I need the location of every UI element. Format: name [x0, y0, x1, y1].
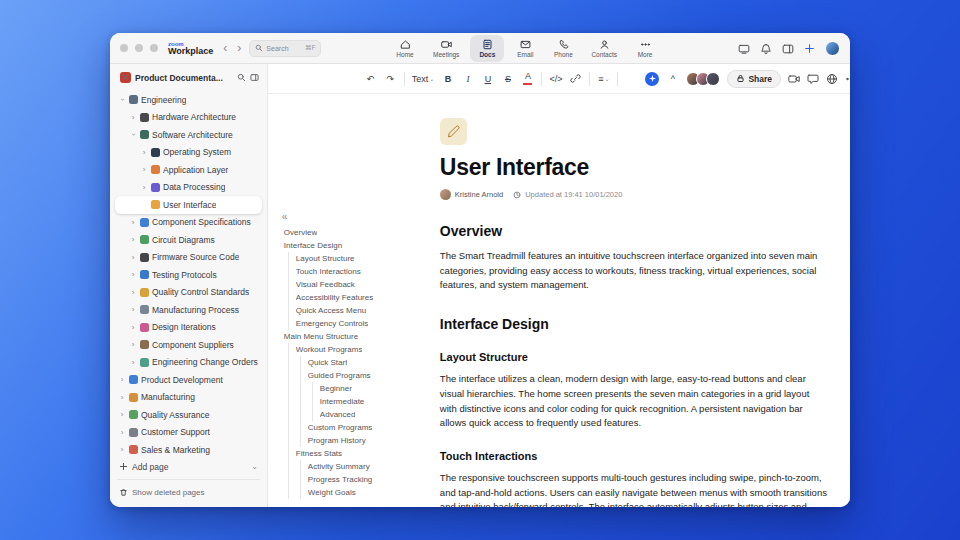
- chevron-right-icon[interactable]: ›: [129, 358, 137, 367]
- chevron-right-icon[interactable]: ›: [129, 323, 137, 332]
- outline-item-custom-programs[interactable]: Custom Programs: [282, 421, 440, 434]
- show-deleted-pages-button[interactable]: Show deleted pages: [115, 484, 262, 501]
- bell-icon[interactable]: [760, 43, 772, 55]
- chevron-down-icon[interactable]: ›: [129, 131, 138, 139]
- tab-docs[interactable]: Docs: [470, 35, 504, 62]
- global-search-input[interactable]: Search ⌘F: [249, 40, 321, 57]
- chevron-down-icon[interactable]: ⌄: [251, 462, 258, 471]
- user-avatar[interactable]: [825, 41, 840, 56]
- doc-heading[interactable]: Layout Structure: [440, 351, 828, 363]
- sidebar-item-software-architecture[interactable]: ›Software Architecture: [115, 126, 262, 144]
- forward-button[interactable]: ›: [237, 41, 241, 55]
- text-color-button[interactable]: A: [521, 70, 534, 88]
- add-page-button[interactable]: Add page ⌄: [115, 458, 262, 475]
- tab-email[interactable]: Email: [508, 35, 542, 62]
- outline-item-intermediate[interactable]: Intermediate: [282, 395, 440, 408]
- outline-collapse-icon[interactable]: «: [282, 211, 288, 222]
- panel-toggle-icon[interactable]: [782, 43, 794, 55]
- outline-item-interface-design[interactable]: Interface Design: [282, 239, 440, 252]
- sidebar-item-customer-support[interactable]: ›Customer Support: [115, 424, 262, 442]
- page-emoji-icon[interactable]: [440, 118, 467, 145]
- outline-item-visual-feedback[interactable]: Visual Feedback: [282, 278, 440, 291]
- ai-companion[interactable]: [645, 72, 659, 86]
- chevron-down-icon[interactable]: ›: [118, 96, 127, 104]
- doc-paragraph[interactable]: The responsive touchscreen supports mult…: [440, 471, 828, 507]
- chevron-right-icon[interactable]: ›: [140, 183, 148, 192]
- sidebar-item-testing-protocols[interactable]: ›Testing Protocols: [115, 266, 262, 284]
- text-style-button[interactable]: Text⌄: [412, 70, 435, 88]
- code-button[interactable]: </>: [549, 70, 562, 88]
- sidebar-item-sales-marketing[interactable]: ›Sales & Marketing: [115, 441, 262, 458]
- outline-item-emergency-controls[interactable]: Emergency Controls: [282, 317, 440, 330]
- sidebar-item-component-specifications[interactable]: ›Component Specifications: [115, 214, 262, 232]
- collaborator-avatars[interactable]: [686, 72, 720, 86]
- plus-icon[interactable]: [804, 43, 815, 54]
- sidebar-item-quality-assurance[interactable]: ›Quality Assurance: [115, 406, 262, 424]
- sidebar-item-data-processing[interactable]: ›Data Processing: [115, 179, 262, 197]
- outline-item-activity-summary[interactable]: Activity Summary: [282, 460, 440, 473]
- outline-item-weight-goals[interactable]: Weight Goals: [282, 486, 440, 499]
- doc-paragraph[interactable]: The Smart Treadmill features an intuitiv…: [440, 249, 828, 293]
- sidebar-item-engineering[interactable]: ›Engineering: [115, 91, 262, 109]
- sidebar-item-engineering-change-orders[interactable]: ›Engineering Change Orders: [115, 354, 262, 372]
- back-button[interactable]: ‹: [223, 41, 227, 55]
- underline-button[interactable]: U: [481, 70, 494, 88]
- chevron-right-icon[interactable]: ›: [129, 288, 137, 297]
- chevron-right-icon[interactable]: ›: [129, 113, 137, 122]
- close-button[interactable]: [120, 44, 128, 52]
- doc-heading[interactable]: Touch Interactions: [440, 450, 828, 462]
- redo-button[interactable]: ↷: [384, 70, 397, 88]
- more-icon[interactable]: [845, 73, 850, 85]
- chevron-right-icon[interactable]: ›: [129, 253, 137, 262]
- tab-home[interactable]: Home: [388, 35, 422, 62]
- chevron-right-icon[interactable]: ›: [129, 218, 137, 227]
- globe-icon[interactable]: [826, 73, 838, 85]
- comment-icon[interactable]: [807, 73, 819, 85]
- italic-button[interactable]: I: [461, 70, 474, 88]
- tab-phone[interactable]: Phone: [546, 35, 580, 62]
- sidebar-search-icon[interactable]: [237, 73, 246, 82]
- minimize-button[interactable]: [135, 44, 143, 52]
- bold-button[interactable]: B: [441, 70, 454, 88]
- sidebar-item-firmware-source-code[interactable]: ›Firmware Source Code: [115, 249, 262, 267]
- sidebar-item-product-development[interactable]: ›Product Development: [115, 371, 262, 389]
- chevron-right-icon[interactable]: ›: [140, 148, 148, 157]
- outline-item-layout-structure[interactable]: Layout Structure: [282, 252, 440, 265]
- tab-meetings[interactable]: Meetings: [426, 35, 466, 62]
- screen-share-icon[interactable]: [738, 43, 750, 55]
- outline-item-main-menu-structure[interactable]: Main Menu Structure: [282, 330, 440, 343]
- outline-item-workout-programs[interactable]: Workout Programs: [282, 343, 440, 356]
- sidebar-item-application-layer[interactable]: ›Application Layer: [115, 161, 262, 179]
- sidebar-item-user-interface[interactable]: User Interface: [115, 196, 262, 214]
- outline-item-guided-programs[interactable]: Guided Programs: [282, 369, 440, 382]
- chevron-right-icon[interactable]: ›: [129, 270, 137, 279]
- page-title[interactable]: User Interface: [440, 154, 828, 181]
- chevron-right-icon[interactable]: ›: [129, 305, 137, 314]
- undo-button[interactable]: ↶: [364, 70, 377, 88]
- sidebar-item-manufacturing[interactable]: ›Manufacturing: [115, 389, 262, 407]
- outline-item-advanced[interactable]: Advanced: [282, 408, 440, 421]
- comment-add[interactable]: [625, 70, 638, 88]
- strikethrough-button[interactable]: S: [501, 70, 514, 88]
- sidebar-item-design-iterations[interactable]: ›Design Iterations: [115, 319, 262, 337]
- sidebar-item-hardware-architecture[interactable]: ›Hardware Architecture: [115, 109, 262, 127]
- chevron-right-icon[interactable]: ›: [129, 235, 137, 244]
- sidebar-item-component-suppliers[interactable]: ›Component Suppliers: [115, 336, 262, 354]
- outline-item-beginner[interactable]: Beginner: [282, 382, 440, 395]
- video-icon[interactable]: [788, 73, 800, 85]
- link[interactable]: [569, 70, 582, 88]
- outline-item-program-history[interactable]: Program History: [282, 434, 440, 447]
- outline-item-overview[interactable]: Overview: [282, 226, 440, 239]
- collapse-toolbar-button[interactable]: ^: [666, 70, 679, 88]
- outline-item-accessibility-features[interactable]: Accessibility Features: [282, 291, 440, 304]
- share-button[interactable]: Share: [727, 70, 781, 88]
- zoom-button[interactable]: [150, 44, 158, 52]
- chevron-right-icon[interactable]: ›: [118, 375, 126, 384]
- sidebar-item-circuit-diagrams[interactable]: ›Circuit Diagrams: [115, 231, 262, 249]
- chevron-right-icon[interactable]: ›: [129, 340, 137, 349]
- sidebar-item-quality-control-standards[interactable]: ›Quality Control Standards: [115, 284, 262, 302]
- sidebar-panel-icon[interactable]: [250, 73, 259, 82]
- outline-item-fitness-stats[interactable]: Fitness Stats: [282, 447, 440, 460]
- doc-heading[interactable]: Interface Design: [440, 316, 828, 332]
- tab-contacts[interactable]: Contacts: [584, 35, 624, 62]
